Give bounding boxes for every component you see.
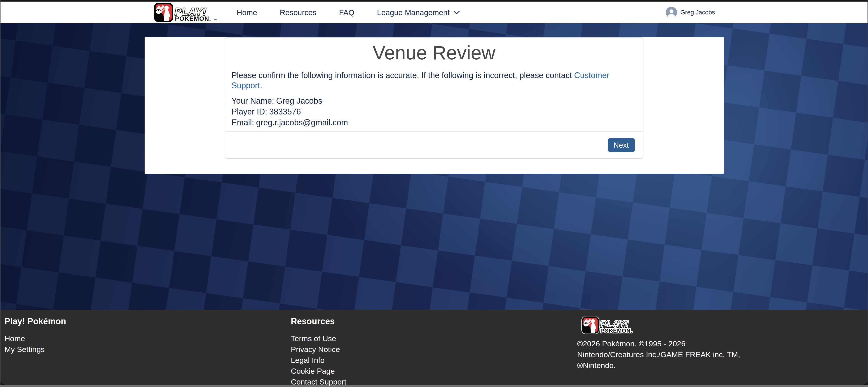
- nav-home[interactable]: Home: [237, 8, 257, 17]
- footer-column-legal: PLAY! POKÉMON. PLAY! POKÉMON. ©2026 Poké: [577, 317, 864, 387]
- play-pokemon-logo[interactable]: PLAY! POKÉMON. ™: [153, 3, 221, 22]
- content-panel: Venue Review Please confirm the followin…: [145, 37, 724, 174]
- venue-review-card: Venue Review Please confirm the followin…: [225, 37, 644, 159]
- page: PLAY! POKÉMON. ™ Home Resources FAQ Leag…: [0, 0, 868, 387]
- your-name-value: Greg Jacobs: [276, 96, 322, 105]
- intro-period: .: [260, 81, 262, 90]
- card-body: Venue Review Please confirm the followin…: [225, 38, 643, 131]
- email-label: Email:: [231, 118, 254, 127]
- main-content: Venue Review Please confirm the followin…: [0, 23, 868, 310]
- page-title: Venue Review: [231, 42, 637, 63]
- your-name-label: Your Name:: [231, 96, 274, 105]
- copyright-text: ©2026 Pokémon. ©1995 - 2026 Nintendo/Cre…: [577, 338, 864, 371]
- user-avatar-icon: [665, 6, 677, 18]
- user-name: Greg Jacobs: [680, 9, 715, 16]
- footer-column-play-pokemon: Play! Pokémon Home My Settings: [4, 317, 291, 387]
- card-footer: Next: [225, 131, 643, 158]
- navbar-inner: PLAY! POKÉMON. ™ Home Resources FAQ Leag…: [145, 2, 724, 23]
- footer-logo-graphic: PLAY! POKÉMON. PLAY! POKÉMON.: [577, 317, 645, 334]
- footer-play-pokemon-logo: PLAY! POKÉMON. PLAY! POKÉMON.: [577, 317, 864, 334]
- nav-faq[interactable]: FAQ: [339, 8, 354, 17]
- player-info: Your Name:Greg Jacobs Player ID:3833576 …: [231, 96, 637, 128]
- primary-nav: Home Resources FAQ League Management: [237, 8, 460, 17]
- intro-text: Please confirm the following information…: [231, 71, 574, 80]
- site-footer: Play! Pokémon Home My Settings Resources…: [0, 310, 868, 385]
- svg-text:™: ™: [214, 19, 217, 22]
- svg-text:POKÉMON.: POKÉMON.: [600, 328, 632, 334]
- footer-link-cookie-page[interactable]: Cookie Page: [291, 365, 577, 376]
- copyright-line-2: Nintendo/Creatures Inc./GAME FREAK inc. …: [577, 349, 864, 360]
- nav-league-management[interactable]: League Management: [377, 8, 460, 17]
- play-pokemon-logo-graphic: PLAY! POKÉMON. ™: [153, 3, 221, 22]
- nav-resources[interactable]: Resources: [280, 8, 316, 17]
- copyright-line-1: ©2026 Pokémon. ©1995 - 2026: [577, 338, 864, 349]
- footer-link-my-settings[interactable]: My Settings: [4, 344, 291, 355]
- window-frame-top: [0, 0, 868, 2]
- email-value: greg.r.jacobs@gmail.com: [256, 118, 348, 127]
- your-name-row: Your Name:Greg Jacobs: [231, 96, 637, 106]
- top-navbar: PLAY! POKÉMON. ™ Home Resources FAQ Leag…: [0, 2, 868, 23]
- footer-heading-resources: Resources: [291, 317, 577, 326]
- svg-text:POKÉMON.: POKÉMON.: [175, 15, 211, 22]
- player-id-label: Player ID:: [231, 107, 267, 116]
- player-id-row: Player ID:3833576: [231, 106, 637, 117]
- footer-link-terms-of-use[interactable]: Terms of Use: [291, 333, 577, 344]
- footer-column-resources: Resources Terms of Use Privacy Notice Le…: [291, 317, 577, 387]
- footer-link-home[interactable]: Home: [4, 333, 291, 344]
- copyright-line-3: ®Nintendo.: [577, 360, 864, 371]
- footer-heading-play-pokemon: Play! Pokémon: [4, 317, 291, 326]
- footer-link-legal-info[interactable]: Legal Info: [291, 355, 577, 365]
- chevron-down-icon: [453, 10, 460, 15]
- user-menu[interactable]: Greg Jacobs: [665, 6, 715, 18]
- player-id-value: 3833576: [269, 107, 301, 116]
- nav-league-management-label: League Management: [377, 8, 450, 17]
- confirmation-instructions: Please confirm the following information…: [231, 70, 637, 91]
- footer-link-privacy-notice[interactable]: Privacy Notice: [291, 344, 577, 355]
- footer-link-contact-support[interactable]: Contact Support: [291, 376, 577, 387]
- next-button[interactable]: Next: [608, 138, 635, 152]
- email-row: Email:greg.r.jacobs@gmail.com: [231, 117, 637, 128]
